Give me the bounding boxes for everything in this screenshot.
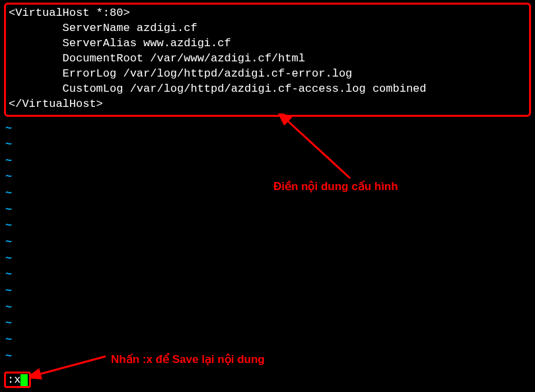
config-line: CustomLog /var/log/httpd/azdigi.cf-acces…: [9, 82, 526, 97]
config-highlight-box: <VirtualHost *:80> ServerName azdigi.cf …: [4, 3, 531, 117]
vim-tilde: ~: [4, 121, 531, 137]
command-highlight-box: :x: [4, 372, 31, 388]
svg-line-0: [285, 119, 350, 178]
vim-tilde: ~: [4, 169, 531, 185]
vim-tilde: ~: [4, 234, 531, 251]
arrow-icon: [277, 114, 357, 182]
vim-tilde: ~: [4, 137, 531, 153]
vim-tilde: ~: [4, 202, 531, 218]
vim-tilde: ~: [4, 300, 531, 316]
config-line: ErrorLog /var/log/httpd/azdigi.cf-error.…: [9, 67, 526, 82]
vim-tilde: ~: [4, 267, 531, 283]
vim-command-line[interactable]: :x: [4, 372, 31, 388]
vim-tilde: ~: [4, 153, 531, 170]
command-text: :x: [7, 374, 20, 386]
cursor-icon: [20, 374, 28, 386]
config-line: ServerName azdigi.cf: [9, 21, 526, 36]
vim-tilde: ~: [4, 218, 531, 234]
vim-tilde: ~: [4, 185, 531, 202]
arrow-icon: [30, 354, 110, 380]
config-line: ServerAlias www.azdigi.cf: [9, 36, 526, 51]
vim-tilde: ~: [4, 283, 531, 300]
config-line: <VirtualHost *:80>: [9, 6, 526, 21]
config-line: </VirtualHost>: [9, 97, 526, 112]
annotation-save: Nhấn :x để Save lại nội dung: [111, 352, 265, 366]
annotation-config: Điền nội dung cấu hình: [273, 180, 398, 193]
vim-tilde: ~: [4, 332, 531, 348]
vim-editor[interactable]: <VirtualHost *:80> ServerName azdigi.cf …: [0, 0, 535, 392]
empty-lines-area: ~ ~ ~ ~ ~ ~ ~ ~ ~ ~ ~ ~ ~ ~ ~: [4, 121, 531, 365]
vim-tilde: ~: [4, 251, 531, 267]
config-line: DocumentRoot /var/www/azdigi.cf/html: [9, 51, 526, 67]
svg-line-1: [37, 356, 106, 375]
vim-tilde: ~: [4, 315, 531, 332]
